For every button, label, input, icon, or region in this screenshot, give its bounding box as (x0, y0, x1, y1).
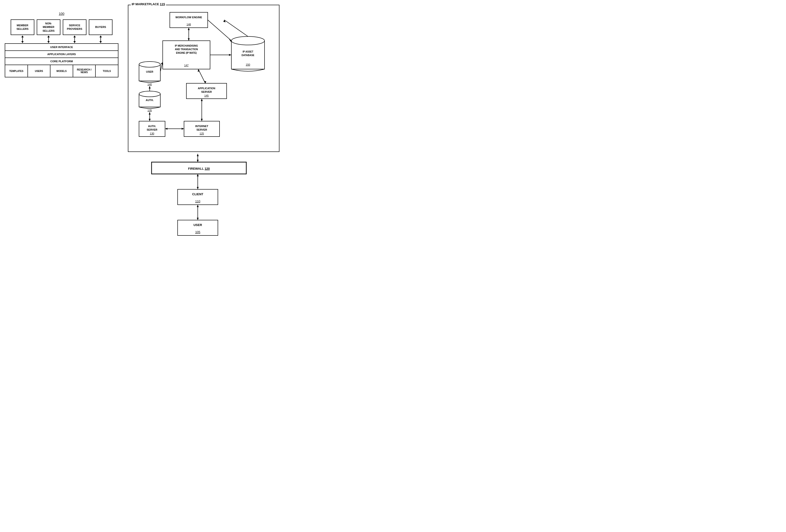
svg-marker-71 (197, 218, 199, 220)
svg-text:IP MERCHANDISING: IP MERCHANDISING (175, 45, 198, 47)
top-boxes-row: MEMBERSELLERS NON-MEMBERSELLERS SERVICEP… (5, 19, 118, 35)
svg-text:150: 150 (246, 63, 250, 66)
svg-text:SERVER: SERVER (196, 128, 207, 131)
svg-marker-41 (149, 119, 151, 121)
svg-marker-42 (149, 112, 151, 115)
svg-marker-4 (188, 28, 190, 30)
arrow-service-providers (63, 35, 87, 43)
templates-box: TEMPLATES (5, 65, 28, 77)
svg-marker-65 (197, 187, 199, 189)
label-100: 100 (59, 12, 64, 16)
user-interface-layer: USER INTERFACE (5, 44, 118, 51)
svg-point-23 (139, 62, 160, 67)
core-platform-layer: CORE PLATFORM (5, 58, 118, 65)
svg-text:110: 110 (195, 199, 200, 203)
svg-line-16 (208, 20, 231, 41)
svg-marker-56 (182, 128, 184, 130)
buyers-box: BUYERS (89, 19, 113, 35)
marketplace-num: 115 (160, 2, 165, 6)
svg-text:DATABASE: DATABASE (241, 54, 254, 56)
left-diagram: 100 MEMBERSELLERS NON-MEMBERSELLERS SERV… (5, 5, 118, 77)
research-news-box: RESEARCH /NEWS (73, 65, 96, 77)
svg-marker-53 (201, 99, 203, 101)
svg-text:130: 130 (150, 132, 154, 135)
svg-text:140: 140 (147, 83, 152, 86)
svg-text:135: 135 (147, 109, 152, 112)
right-diagram: IP MARKETPLACE 115 WORKFLOW ENGINE 148 I… (128, 5, 279, 251)
firewall-section: FIREWALL 120 CLIENT 110 USER 105 (128, 151, 279, 251)
svg-text:IP ASSET: IP ASSET (242, 50, 253, 53)
layers-section: USER INTERFACE APPLICATION LAYERS CORE P… (5, 43, 118, 77)
ip-marketplace-label: IP MARKETPLACE 115 (131, 2, 166, 6)
svg-marker-61 (197, 154, 199, 156)
member-sellers-box: MEMBERSELLERS (11, 19, 34, 35)
svg-text:AUTH.: AUTH. (148, 125, 156, 127)
svg-marker-19 (229, 54, 231, 56)
svg-text:FIREWALL 120: FIREWALL 120 (188, 167, 210, 170)
diagram-100-label: 100 (5, 12, 118, 16)
svg-text:AND TRANSACTION: AND TRANSACTION (175, 48, 198, 51)
svg-text:APPLICATION: APPLICATION (198, 87, 215, 90)
svg-marker-55 (165, 128, 167, 130)
svg-text:145: 145 (204, 94, 209, 97)
svg-point-30 (139, 91, 160, 97)
arrow-non-member-sellers (37, 35, 61, 43)
svg-text:AUTH.: AUTH. (146, 99, 154, 101)
svg-marker-5 (188, 38, 190, 41)
bottom-boxes-row: TEMPLATES USERS MODELS RESEARCH /NEWS TO… (5, 65, 118, 77)
svg-text:SERVER: SERVER (201, 90, 212, 93)
svg-marker-52 (201, 119, 203, 121)
right-diagram-svg: WORKFLOW ENGINE 148 IP MERCHANDISING AND… (132, 10, 274, 147)
svg-text:WORKFLOW ENGINE: WORKFLOW ENGINE (176, 16, 202, 19)
application-layers-layer: APPLICATION LAYERS (5, 51, 118, 58)
arrow-buyers (89, 35, 113, 43)
svg-text:125: 125 (200, 132, 204, 135)
page-container: 100 MEMBERSELLERS NON-MEMBERSELLERS SERV… (5, 5, 279, 251)
arrow-member-sellers (11, 35, 34, 43)
tools-box: TOOLS (96, 65, 118, 77)
firewall-svg: FIREWALL 120 CLIENT 110 USER 105 (128, 151, 270, 251)
svg-text:SERVER: SERVER (146, 128, 157, 131)
svg-text:148: 148 (187, 23, 191, 26)
service-providers-box: SERVICEPROVIDERS (63, 19, 87, 35)
svg-text:ENGINE (IP MATE): ENGINE (IP MATE) (176, 52, 196, 54)
top-arrows-row (5, 35, 118, 43)
svg-line-20 (224, 20, 248, 37)
svg-text:CLIENT: CLIENT (192, 192, 203, 196)
svg-marker-72 (197, 205, 199, 207)
svg-text:INTERNET: INTERNET (195, 125, 208, 127)
svg-text:147: 147 (184, 64, 188, 67)
svg-text:USER: USER (146, 70, 154, 73)
svg-text:105: 105 (195, 230, 200, 234)
svg-marker-28 (149, 86, 151, 89)
models-box: MODELS (50, 65, 73, 77)
users-box: USERS (28, 65, 51, 77)
svg-point-12 (231, 37, 264, 45)
svg-text:USER: USER (193, 223, 202, 227)
non-member-sellers-box: NON-MEMBERSELLERS (37, 19, 61, 35)
